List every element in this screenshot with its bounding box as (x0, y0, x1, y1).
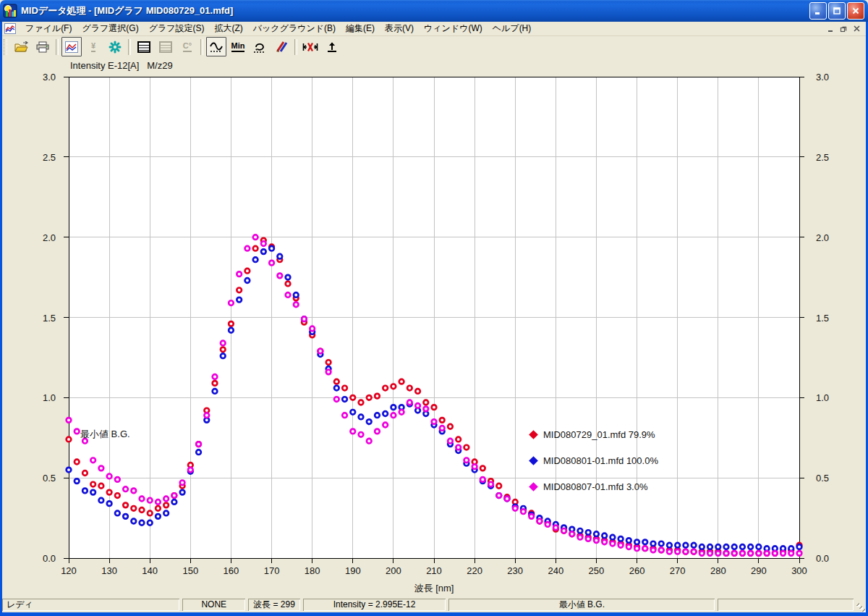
x-range-clear-icon (302, 42, 318, 52)
legend-diamond-red (529, 430, 538, 439)
brush-stripes-icon (275, 41, 288, 53)
toolbar: ¥ C° (2, 36, 866, 58)
title-bar: MIDデータ処理 - [MIDグラフ MID080729_01.mfd] (0, 0, 868, 22)
svg-text:280: 280 (710, 565, 726, 576)
chart-title: Intensity E-12[A] M/z29 (70, 60, 173, 71)
chart-legend: MID080729_01.mfd 79.9% MID080801-01.mfd … (529, 429, 658, 507)
toolbar-grip[interactable] (4, 39, 7, 55)
svg-text:2.0: 2.0 (816, 232, 829, 243)
menu-zoom[interactable]: 拡大(Z) (209, 22, 247, 36)
svg-text:1.0: 1.0 (816, 392, 829, 403)
legend-diamond-magenta (529, 482, 538, 491)
smooth-curve-button[interactable] (206, 37, 226, 56)
mdi-close-button[interactable] (851, 23, 863, 34)
print-button[interactable] (33, 37, 53, 56)
status-extra (718, 599, 854, 611)
svg-text:160: 160 (224, 565, 239, 576)
window-border-left (0, 22, 2, 616)
menu-graph-settings[interactable]: グラフ設定(S) (144, 22, 210, 36)
export-up-button[interactable] (322, 37, 342, 56)
menu-file[interactable]: ファイル(F) (20, 22, 77, 36)
legend-label: MID080807-01.mfd 3.0% (543, 481, 648, 492)
repeat-button[interactable] (250, 37, 270, 56)
menu-bar: ファイル(F) グラフ選択(G) グラフ設定(S) 拡大(Z) バックグラウンド… (2, 22, 866, 36)
svg-text:1.5: 1.5 (43, 313, 56, 324)
svg-text:120: 120 (61, 565, 77, 576)
app-window: MIDデータ処理 - [MIDグラフ MID080729_01.mfd] ファイ… (0, 0, 868, 616)
menu-help[interactable]: ヘルプ(H) (488, 22, 537, 36)
mdi-close-icon (853, 25, 861, 33)
data-table-2-button (156, 37, 176, 56)
resize-grip[interactable] (856, 603, 866, 612)
yen-glyph: ¥ (91, 42, 95, 52)
minimize-icon (814, 7, 822, 15)
menu-edit[interactable]: 編集(E) (341, 22, 380, 36)
svg-text:210: 210 (426, 565, 442, 576)
svg-text:250: 250 (589, 565, 605, 576)
printer-icon (36, 41, 49, 53)
legend-label: MID080729_01.mfd 79.9% (543, 429, 655, 440)
yen-scale-button: ¥ (83, 37, 103, 56)
legend-item: MID080807-01.mfd 3.0% (529, 481, 658, 492)
teal-asterisk-icon (109, 41, 122, 54)
svg-text:0.0: 0.0 (43, 553, 56, 564)
svg-text:1.0: 1.0 (43, 392, 56, 403)
graph-curves-icon (65, 41, 78, 53)
overlay-graphs-button[interactable] (271, 37, 292, 56)
maximize-icon (833, 7, 841, 15)
minimize-button[interactable] (809, 2, 827, 20)
mdi-restore-icon (840, 25, 848, 33)
data-table-button[interactable] (134, 37, 154, 56)
legend-label: MID080801-01.mfd 100.0% (543, 455, 658, 466)
svg-text:2.5: 2.5 (816, 152, 829, 163)
app-icon[interactable] (3, 4, 17, 18)
maximize-button[interactable] (828, 2, 846, 20)
close-button[interactable] (847, 2, 864, 20)
mdi-minimize-icon (827, 25, 835, 33)
status-none: NONE (182, 599, 245, 611)
svg-text:0.5: 0.5 (43, 473, 56, 484)
svg-text:0.0: 0.0 (816, 553, 829, 564)
svg-text:150: 150 (182, 565, 198, 576)
menu-window[interactable]: ウィンドウ(W) (419, 22, 488, 36)
celsius-button: C° (177, 37, 197, 56)
svg-text:200: 200 (386, 565, 401, 576)
graph-display-button[interactable] (61, 37, 82, 56)
svg-text:170: 170 (264, 565, 280, 576)
menu-view[interactable]: 表示(V) (380, 22, 419, 36)
svg-text:290: 290 (751, 565, 767, 576)
status-intensity: Intensity = 2.995E-12 (303, 599, 446, 611)
x-axis-label: 波長 [nm] (376, 582, 492, 595)
chart-area: 1201301401501601701801902002102202302402… (0, 57, 868, 596)
mdi-window-controls (824, 23, 866, 34)
legend-item: MID080801-01.mfd 100.0% (529, 455, 658, 466)
svg-text:190: 190 (345, 565, 361, 576)
center-marker-button[interactable] (105, 37, 125, 56)
window-border-bottom (0, 612, 868, 616)
svg-text:2.5: 2.5 (43, 152, 56, 163)
svg-text:0.5: 0.5 (816, 473, 829, 484)
mdi-minimize-button[interactable] (825, 23, 837, 34)
menu-background[interactable]: バックグラウンド(B) (248, 22, 341, 36)
status-wavelength: 波長 = 299 (248, 599, 299, 611)
svg-text:260: 260 (629, 565, 645, 576)
svg-text:140: 140 (142, 565, 158, 576)
legend-diamond-blue (529, 456, 538, 465)
celsius-glyph: C° (183, 42, 192, 52)
min-value-button[interactable]: Min (228, 37, 248, 56)
open-file-button[interactable] (11, 37, 31, 56)
loop-arrow-icon (252, 41, 267, 53)
document-graph-icon[interactable] (4, 23, 16, 34)
open-folder-icon (14, 41, 28, 53)
menu-graph-select[interactable]: グラフ選択(G) (77, 22, 143, 36)
mdi-restore-button[interactable] (838, 23, 850, 34)
table-icon (137, 41, 150, 53)
svg-text:180: 180 (305, 565, 320, 576)
status-ready: レディ (2, 599, 179, 611)
toolbar-separator (200, 39, 203, 55)
window-title: MIDデータ処理 - [MIDグラフ MID080729_01.mfd] (21, 4, 808, 17)
svg-text:3.0: 3.0 (816, 72, 829, 83)
legend-item: MID080729_01.mfd 79.9% (529, 429, 658, 440)
chart-canvas[interactable]: 1201301401501601701801902002102202302402… (0, 57, 868, 596)
clear-x-range-button[interactable] (300, 37, 320, 56)
